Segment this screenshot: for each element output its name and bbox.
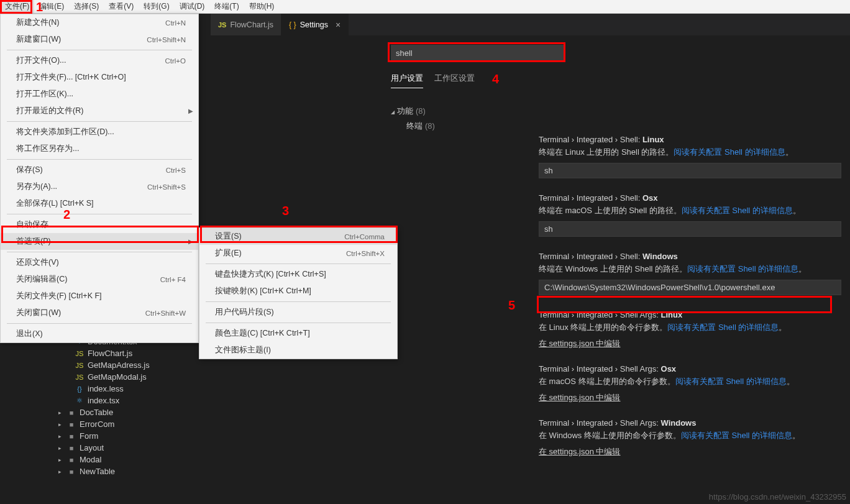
menu-file[interactable]: 文件(F)	[0, 0, 34, 13]
menu-close-folder[interactable]: 关闭文件夹(F) [Ctrl+K F]	[1, 288, 198, 305]
tree-label: Form	[80, 431, 98, 441]
chevron-right-icon: ▶	[188, 108, 193, 114]
menu-edit[interactable]: 编辑(E)	[34, 0, 69, 13]
edit-in-json-link[interactable]: 在 settings.json 中编辑	[539, 339, 621, 348]
menu-save-all[interactable]: 全部保存(L) [Ctrl+K S]	[1, 195, 198, 212]
doc-link[interactable]: 阅读有关配置 Shell 的详细信息	[687, 264, 798, 273]
submenu-snippets[interactable]: 用户代码片段(S)	[199, 304, 397, 321]
menu-close-window[interactable]: 关闭窗口(W)Ctrl+Shift+W	[1, 305, 198, 321]
tree-item[interactable]: ▸■DocTable	[56, 406, 199, 418]
js-icon: JS	[75, 350, 85, 357]
submenu-extensions[interactable]: 扩展(E)Ctrl+Shift+X	[199, 245, 397, 262]
submenu-colortheme[interactable]: 颜色主题(C) [Ctrl+K Ctrl+T]	[199, 325, 397, 342]
tree-label: index.less	[88, 384, 124, 393]
chevron-right-icon: ▸	[56, 457, 63, 463]
menu-goto[interactable]: 转到(G)	[139, 0, 174, 13]
tree-item[interactable]: ▸■Modal	[56, 454, 199, 465]
js-file-icon: JS	[218, 21, 226, 29]
toc-features[interactable]: ◢功能(8)	[391, 104, 528, 119]
setting-description: 终端在 Windows 上使用的 Shell 的路径。阅读有关配置 Shell …	[539, 263, 841, 275]
menu-new-file[interactable]: 新建文件(N)Ctrl+N	[1, 14, 198, 31]
setting-title: Terminal › Integrated › Shell Args: Wind…	[539, 418, 841, 428]
menu-terminal[interactable]: 终端(T)	[209, 0, 244, 13]
tree-item[interactable]: JSGetMapModal.js	[56, 371, 199, 383]
menu-close-editor[interactable]: 关闭编辑器(C)Ctrl+ F4	[1, 271, 198, 288]
tree-label: ErrorCom	[80, 419, 114, 429]
edit-in-json-link[interactable]: 在 settings.json 中编辑	[539, 447, 621, 456]
doc-link[interactable]: 阅读有关配置 Shell 的详细信息	[674, 147, 785, 157]
tab-workspace-settings[interactable]: 工作区设置	[434, 73, 475, 88]
tree-item[interactable]: ▸■NewTable	[56, 465, 199, 477]
submenu-keymaps[interactable]: 按键映射(K) [Ctrl+K Ctrl+M]	[199, 283, 397, 300]
menu-debug[interactable]: 调试(D)	[175, 0, 210, 13]
setting-item: Terminal › Integrated › Shell: Osx终端在 ma…	[539, 193, 841, 237]
setting-title: Terminal › Integrated › Shell: Osx	[539, 193, 841, 203]
tree-item[interactable]: ▸■Layout	[56, 442, 199, 454]
folder-icon: ■	[66, 409, 76, 416]
menu-view[interactable]: 查看(V)	[104, 0, 139, 13]
submenu-icontheme[interactable]: 文件图标主题(I)	[199, 342, 397, 359]
menu-auto-save[interactable]: 自动保存	[1, 216, 198, 233]
preferences-submenu: 设置(S)Ctrl+Comma 扩展(E)Ctrl+Shift+X 键盘快捷方式…	[199, 227, 398, 359]
file-menu-dropdown: 新建文件(N)Ctrl+N 新建窗口(W)Ctrl+Shift+N 打开文件(O…	[0, 14, 199, 343]
toc-terminal[interactable]: 终端(8)	[391, 119, 528, 134]
setting-input[interactable]	[539, 163, 841, 178]
less-icon: {}	[75, 385, 85, 393]
menu-select[interactable]: 选择(S)	[69, 0, 104, 13]
tab-user-settings[interactable]: 用户设置	[391, 73, 423, 88]
setting-input[interactable]	[539, 221, 841, 237]
settings-scope-tabs: 用户设置 工作区设置	[391, 73, 475, 88]
submenu-keyboard[interactable]: 键盘快捷方式(K) [Ctrl+K Ctrl+S]	[199, 266, 397, 283]
tab-flowchart[interactable]: JS FlowChart.js	[211, 14, 281, 35]
setting-description: 在 Linux 终端上使用的命令行参数。阅读有关配置 Shell 的详细信息。	[539, 322, 841, 333]
menu-save-workspace[interactable]: 将工作区另存为...	[1, 140, 198, 157]
tree-item[interactable]: ▸■Form	[56, 430, 199, 442]
edit-in-json-link[interactable]: 在 settings.json 中编辑	[539, 393, 621, 402]
close-icon[interactable]: ×	[336, 20, 340, 30]
menu-add-folder[interactable]: 将文件夹添加到工作区(D)...	[1, 124, 198, 140]
setting-title: Terminal › Integrated › Shell Args: Osx	[539, 364, 841, 373]
doc-link[interactable]: 阅读有关配置 Shell 的详细信息	[667, 323, 779, 332]
chevron-right-icon: ▸	[56, 445, 63, 451]
tab-settings[interactable]: { } Settings ×	[281, 14, 349, 35]
setting-title: Terminal › Integrated › Shell Args: Linu…	[539, 310, 841, 319]
setting-item: Terminal › Integrated › Shell Args: Linu…	[539, 310, 841, 349]
chevron-right-icon: ▸	[56, 410, 63, 416]
menu-open-folder[interactable]: 打开文件夹(F)... [Ctrl+K Ctrl+O]	[1, 69, 198, 86]
settings-toc: ◢功能(8) 终端(8)	[391, 104, 528, 134]
menu-preferences[interactable]: 首选项(P)▶	[1, 233, 198, 250]
tree-item[interactable]: JSFlowChart.js	[56, 347, 199, 359]
menubar: 文件(F) 编辑(E) 选择(S) 查看(V) 转到(G) 调试(D) 终端(T…	[0, 0, 850, 14]
tree-item[interactable]: {}index.less	[56, 383, 199, 395]
tree-label: GetMapAdress.js	[88, 360, 150, 370]
tree-item[interactable]: ▸■ErrorCom	[56, 418, 199, 430]
react-icon: ⚛	[75, 396, 85, 405]
editor-tabbar: JS FlowChart.js { } Settings ×	[211, 14, 850, 35]
submenu-settings[interactable]: 设置(S)Ctrl+Comma	[199, 228, 397, 245]
tree-item[interactable]: JSGetMapAdress.js	[56, 359, 199, 371]
menu-revert[interactable]: 还原文件(V)	[1, 254, 198, 271]
settings-search-input[interactable]	[391, 45, 565, 61]
menu-open-workspace[interactable]: 打开工作区(K)...	[1, 86, 198, 103]
tree-item[interactable]: ⚛index.tsx	[56, 395, 199, 406]
watermark: https://blog.csdn.net/weixin_43232955	[709, 492, 846, 502]
doc-link[interactable]: 阅读有关配置 Shell 的详细信息	[682, 206, 793, 215]
menu-exit[interactable]: 退出(X)	[1, 326, 198, 342]
tree-label: Layout	[80, 443, 104, 452]
menu-save[interactable]: 保存(S)Ctrl+S	[1, 162, 198, 178]
folder-icon: ■	[66, 444, 76, 452]
tree-label: NewTable	[80, 467, 115, 476]
menu-new-window[interactable]: 新建窗口(W)Ctrl+Shift+N	[1, 31, 198, 48]
setting-input[interactable]	[539, 280, 841, 295]
chevron-right-icon: ▸	[56, 469, 63, 475]
menu-open-file[interactable]: 打开文件(O)...Ctrl+O	[1, 52, 198, 69]
chevron-right-icon: ▸	[56, 433, 63, 439]
folder-icon: ■	[66, 421, 76, 428]
menu-open-recent[interactable]: 打开最近的文件(R)▶	[1, 103, 198, 119]
menu-save-as[interactable]: 另存为(A)...Ctrl+Shift+S	[1, 178, 198, 195]
setting-item: Terminal › Integrated › Shell Args: Wind…	[539, 418, 841, 457]
settings-content[interactable]: Terminal › Integrated › Shell: Linux终端在 …	[539, 135, 841, 504]
menu-help[interactable]: 帮助(H)	[244, 0, 280, 13]
doc-link[interactable]: 阅读有关配置 Shell 的详细信息	[675, 377, 787, 386]
doc-link[interactable]: 阅读有关配置 Shell 的详细信息	[681, 431, 792, 440]
